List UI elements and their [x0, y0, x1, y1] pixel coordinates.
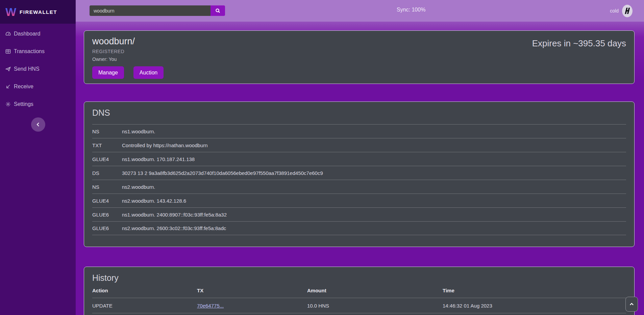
dns-record-type: GLUE6	[92, 225, 122, 231]
dns-record-value: 30273 13 2 9a3a8fb3d625d2a2073d740f10da6…	[122, 170, 323, 176]
dns-record-type: DS	[92, 170, 122, 176]
gear-icon	[5, 102, 11, 107]
firewallet-app: W FIREWALLET Dashboard Transactions Send…	[0, 0, 644, 315]
handshake-logo-icon	[622, 5, 633, 17]
sidebar-item-send-hns[interactable]: Send HNS	[0, 60, 76, 78]
history-col-tx: TX	[197, 288, 307, 293]
scroll-to-top-button[interactable]	[625, 297, 638, 312]
sidebar: W FIREWALLET Dashboard Transactions Send…	[0, 0, 76, 315]
dns-record-row: GLUE6 ns1.woodburn. 2400:8907::f03c:93ff…	[92, 207, 626, 221]
arrow-down-left-icon	[5, 84, 11, 89]
gauge-icon	[5, 31, 11, 37]
dns-record-value: ns1.woodburn. 170.187.241.138	[122, 156, 195, 162]
sidebar-item-transactions[interactable]: Transactions	[0, 43, 76, 60]
auction-button[interactable]: Auction	[133, 66, 164, 79]
tx-link[interactable]: 70e64775...	[197, 303, 224, 309]
sidebar-item-label: Dashboard	[14, 31, 40, 37]
dns-record-row: GLUE4 ns1.woodburn. 170.187.241.138	[92, 152, 626, 166]
dns-table: NS ns1.woodburn. TXT Controlled by https…	[92, 124, 626, 235]
history-col-action: Action	[92, 288, 197, 293]
sidebar-item-receive[interactable]: Receive	[0, 78, 76, 95]
dns-record-row: NS ns1.woodburn.	[92, 124, 626, 138]
dns-record-type: GLUE4	[92, 198, 122, 204]
dns-record-row: GLUE6 ns2.woodburn. 2600:3c02::f03c:93ff…	[92, 221, 626, 235]
chevron-up-icon	[629, 302, 634, 307]
sidebar-item-label: Receive	[14, 84, 33, 90]
dns-record-type: NS	[92, 129, 122, 134]
history-action: UPDATE	[92, 303, 197, 309]
search-bar	[90, 5, 225, 16]
domain-owner: Owner: You	[92, 57, 626, 62]
dns-record-row: GLUE4 ns2.woodburn. 143.42.128.6	[92, 194, 626, 207]
history-col-time: Time	[443, 288, 626, 293]
dns-record-value: ns2.woodburn.	[122, 184, 155, 190]
sidebar-item-label: Transactions	[14, 48, 45, 54]
chevron-left-icon	[36, 122, 41, 127]
main-content: woodburn/ REGISTERED Owner: You Manage A…	[76, 22, 644, 315]
sidebar-nav: Dashboard Transactions Send HNS Receive …	[0, 24, 76, 113]
search-button[interactable]	[210, 5, 225, 16]
sync-status: Sync: 100%	[397, 7, 425, 13]
sidebar-header: W FIREWALLET	[0, 0, 76, 24]
dns-record-value: ns1.woodburn.	[122, 129, 155, 134]
brand-name: FIREWALLET	[20, 9, 57, 15]
dns-record-value: Controlled by https://nathan.woodburn	[122, 142, 208, 148]
history-card-title: History	[92, 273, 626, 283]
sidebar-collapse-button[interactable]	[31, 117, 45, 132]
dns-card-title: DNS	[92, 108, 626, 118]
manage-button[interactable]: Manage	[92, 66, 124, 79]
sidebar-item-dashboard[interactable]: Dashboard	[0, 25, 76, 43]
dns-record-type: GLUE6	[92, 212, 122, 218]
domain-card: woodburn/ REGISTERED Owner: You Manage A…	[84, 30, 635, 84]
domain-status-badge: REGISTERED	[92, 49, 626, 54]
dns-record-type: GLUE4	[92, 156, 122, 162]
history-row: UPDATE 70e64775... 10.0 HNS 14:46:32 01 …	[92, 298, 626, 313]
dns-card: DNS NS ns1.woodburn. TXT Controlled by h…	[84, 102, 635, 247]
history-col-amount: Amount	[307, 288, 443, 293]
sidebar-item-label: Send HNS	[14, 66, 40, 72]
history-card: History Action TX Amount Time UPDATE 70e…	[84, 267, 635, 315]
dns-record-type: NS	[92, 184, 122, 190]
wallet-selector[interactable]: cold	[610, 0, 633, 22]
dns-record-type: TXT	[92, 142, 122, 148]
search-icon	[215, 8, 220, 13]
history-amount: 10.0 HNS	[307, 303, 443, 309]
wallet-name: cold	[610, 8, 619, 14]
history-table-header: Action TX Amount Time	[92, 283, 626, 298]
history-time: 14:46:32 01 Aug 2023	[443, 303, 626, 309]
firewallet-logo-icon: W	[5, 6, 16, 18]
sidebar-item-label: Settings	[14, 101, 33, 107]
dns-record-value: ns2.woodburn. 143.42.128.6	[122, 198, 186, 204]
history-row: RENEW d50e5e1... 10.0 HNS 15:45:36 07 Ju…	[92, 313, 626, 315]
dns-record-row: NS ns2.woodburn.	[92, 180, 626, 194]
search-input[interactable]	[90, 5, 210, 16]
paper-plane-icon	[5, 66, 11, 72]
topbar: Sync: 100% cold	[76, 0, 644, 22]
dns-record-row: TXT Controlled by https://nathan.woodbur…	[92, 138, 626, 152]
table-icon	[5, 49, 11, 54]
dns-record-row: DS 30273 13 2 9a3a8fb3d625d2a2073d740f10…	[92, 166, 626, 180]
sidebar-item-settings[interactable]: Settings	[0, 95, 76, 113]
dns-record-value: ns1.woodburn. 2400:8907::f03c:93ff:fe5a:…	[122, 212, 227, 218]
dns-record-value: ns2.woodburn. 2600:3c02::f03c:93ff:fe5a:…	[122, 225, 226, 231]
domain-expiry: Expires in ~395.35 days	[532, 38, 626, 49]
